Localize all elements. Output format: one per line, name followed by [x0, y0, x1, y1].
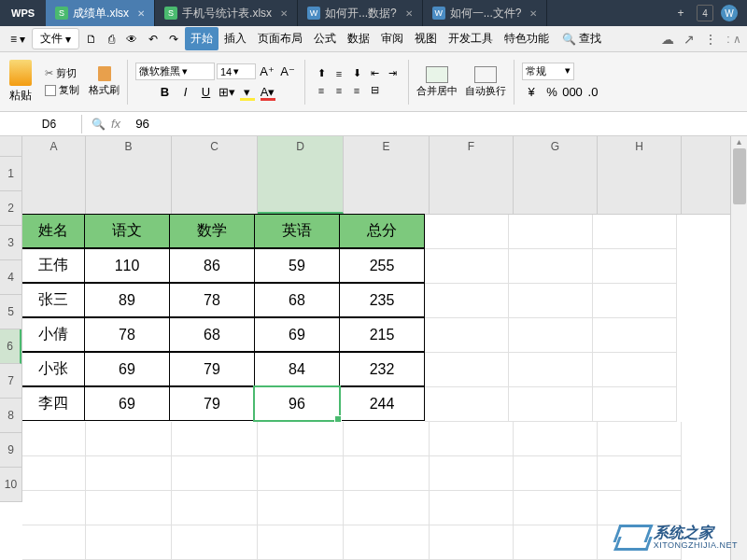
ribbon-tab[interactable]: 开始 [185, 27, 218, 50]
ribbon-tab[interactable]: 特色功能 [499, 27, 555, 50]
cell[interactable] [509, 215, 593, 249]
cell[interactable]: 语文 [84, 214, 170, 248]
cell[interactable] [258, 422, 344, 456]
increase-font-icon[interactable]: A⁺ [258, 63, 276, 81]
tab-count-badge[interactable]: 4 [697, 5, 713, 21]
cell-grid[interactable]: 姓名语文数学英语总分王伟1108659255张三897868235小倩78686… [22, 215, 730, 560]
preview-icon[interactable]: 👁 [121, 30, 142, 49]
comma-icon[interactable]: 000 [563, 82, 582, 101]
cell[interactable] [344, 456, 430, 491]
scrollbar-thumb[interactable] [733, 148, 746, 204]
cell[interactable]: 小张 [22, 352, 85, 386]
decimal-increase-icon[interactable]: .0 [584, 82, 602, 101]
cell[interactable] [86, 422, 172, 456]
italic-button[interactable]: I [176, 83, 195, 102]
align-top-icon[interactable]: ⬆ [313, 66, 330, 81]
zoom-icon[interactable]: 🔍 [92, 118, 106, 131]
fill-color-button[interactable]: ▾ [238, 83, 257, 102]
cell[interactable] [593, 353, 677, 387]
app-menu-icon[interactable]: ≡ ▾ [6, 30, 30, 49]
cell[interactable]: 78 [84, 317, 170, 352]
cell[interactable]: 84 [254, 352, 340, 386]
row-header[interactable]: 8 [0, 399, 21, 433]
cell[interactable] [593, 284, 677, 318]
bold-button[interactable]: B [156, 83, 175, 102]
border-button[interactable]: ⊞▾ [218, 83, 236, 102]
close-tab-icon[interactable]: ✕ [405, 8, 413, 19]
cell[interactable]: 总分 [339, 214, 425, 248]
cell[interactable] [86, 491, 172, 525]
font-color-button[interactable]: A▾ [259, 83, 277, 102]
cell[interactable]: 69 [254, 317, 340, 352]
wrap-text-button[interactable]: 自动换行 [465, 66, 506, 98]
cell[interactable]: 255 [339, 248, 425, 283]
row-header[interactable]: 1 [0, 157, 21, 191]
cell[interactable] [172, 491, 258, 525]
cell[interactable] [22, 491, 86, 525]
redo-icon[interactable]: ↷ [164, 30, 183, 49]
undo-icon[interactable]: ↶ [144, 30, 162, 49]
align-middle-icon[interactable]: ≡ [331, 66, 347, 81]
document-tab[interactable]: S手机号统计表.xlsx✕ [155, 0, 298, 26]
cell[interactable] [514, 525, 598, 560]
cell[interactable] [425, 387, 509, 422]
percent-icon[interactable]: % [543, 82, 561, 101]
ribbon-tab[interactable]: 数据 [342, 27, 375, 50]
cell[interactable]: 110 [84, 248, 170, 283]
cell[interactable]: 68 [254, 283, 340, 317]
save-icon[interactable]: 🗋 [81, 30, 102, 49]
cell[interactable]: 69 [84, 386, 170, 421]
merge-across-icon[interactable]: ⊟ [366, 83, 383, 98]
search-command[interactable]: 🔍 查找 [562, 31, 601, 47]
underline-button[interactable]: U [197, 83, 216, 102]
cell[interactable]: 215 [339, 317, 425, 352]
cell[interactable]: 英语 [254, 214, 340, 248]
cell[interactable] [22, 422, 86, 456]
cell[interactable] [509, 249, 593, 284]
cell[interactable] [593, 318, 677, 353]
cell[interactable]: 小倩 [22, 317, 85, 352]
cell[interactable] [430, 525, 514, 560]
indent-increase-icon[interactable]: ⇥ [384, 66, 401, 81]
document-tab[interactable]: S成绩单.xlsx✕ [46, 0, 155, 26]
ribbon-tab[interactable]: 视图 [409, 27, 443, 50]
cell[interactable]: 89 [84, 283, 170, 317]
cell[interactable]: 96 [254, 386, 340, 421]
close-tab-icon[interactable]: ✕ [137, 8, 145, 19]
copy-button[interactable]: 复制 [43, 82, 81, 98]
cell[interactable]: 235 [339, 283, 425, 317]
indent-decrease-icon[interactable]: ⇤ [366, 66, 383, 81]
close-tab-icon[interactable]: ✕ [529, 8, 537, 19]
cell[interactable] [425, 318, 509, 353]
align-center-icon[interactable]: ≡ [331, 83, 347, 98]
cell[interactable] [172, 525, 258, 560]
row-header[interactable]: 6 [0, 329, 21, 364]
document-tab[interactable]: W如何一...文件?✕ [423, 0, 548, 26]
paste-button[interactable]: 粘贴 [6, 58, 35, 105]
cell[interactable] [258, 525, 344, 560]
ribbon-tab[interactable]: 插入 [218, 27, 252, 50]
cell[interactable] [172, 422, 258, 456]
font-name-select[interactable]: 微软雅黑▾ [135, 63, 215, 80]
cell[interactable] [425, 215, 509, 249]
cell[interactable] [344, 491, 430, 525]
cell[interactable] [430, 456, 514, 491]
cell[interactable] [509, 353, 593, 387]
row-header[interactable]: 2 [0, 191, 21, 226]
cell[interactable] [344, 525, 430, 560]
decrease-font-icon[interactable]: A⁻ [278, 63, 297, 81]
cell[interactable]: 王伟 [22, 248, 85, 283]
format-painter-button[interactable]: 格式刷 [89, 66, 120, 97]
vertical-scrollbar[interactable]: ▴ [730, 136, 747, 560]
column-header[interactable]: E [344, 136, 430, 214]
cell[interactable]: 69 [84, 352, 170, 386]
column-header[interactable]: A [22, 136, 86, 214]
cell[interactable] [430, 422, 514, 456]
cell[interactable] [86, 525, 172, 560]
cell[interactable] [344, 422, 430, 456]
font-size-select[interactable]: 14▾ [217, 63, 256, 79]
file-menu[interactable]: 文件 ▾ [32, 28, 79, 49]
align-right-icon[interactable]: ≡ [348, 83, 365, 98]
cell[interactable] [425, 353, 509, 387]
cell[interactable] [593, 215, 677, 249]
